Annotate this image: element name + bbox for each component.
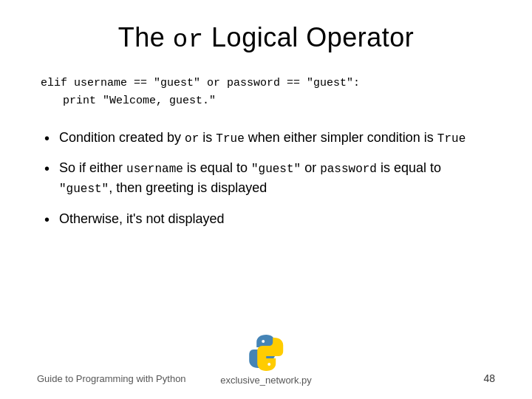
bullet-item-3: Otherwise, it's not displayed	[44, 209, 495, 228]
bullet-item-2: So if either username is equal to "guest…	[44, 158, 495, 198]
code-line-2: print "Welcome, guest."	[41, 92, 495, 110]
b1-t2: is	[199, 130, 216, 145]
b2-t2: is equal to	[183, 160, 251, 175]
slide: The or Logical Operator elif username ==…	[0, 0, 532, 399]
footer-center: exclusive_network.py	[220, 332, 312, 386]
b2-t1: So if either	[59, 160, 126, 175]
bullet-item-1: Condition created by or is True when eit…	[44, 128, 495, 148]
code-block: elif username == "guest" or password == …	[37, 75, 495, 110]
b1-or: or	[185, 132, 199, 146]
bullet-list: Condition created by or is True when eit…	[44, 128, 495, 350]
footer-filename: exclusive_network.py	[220, 375, 312, 386]
b3-text: Otherwise, it's not displayed	[59, 211, 225, 226]
b2-password: password	[320, 163, 377, 176]
title-keyword: or	[173, 26, 204, 54]
b2-t3: or	[301, 160, 320, 175]
svg-point-0	[262, 340, 265, 343]
code-line-1: elif username == "guest" or password == …	[41, 77, 360, 89]
footer: Guide to Programming with Python exclusi…	[37, 365, 495, 384]
footer-page-number: 48	[483, 372, 495, 384]
b2-t5: , then greeting is displayed	[109, 180, 267, 195]
b1-t1: Condition created by	[59, 130, 185, 145]
slide-title: The or Logical Operator	[37, 22, 495, 54]
footer-guide-label: Guide to Programming with Python	[37, 373, 186, 384]
python-logo-icon	[248, 332, 284, 373]
b2-username: username	[126, 163, 183, 176]
b2-t4: is equal to	[377, 160, 441, 175]
b2-guest2: "guest"	[59, 183, 109, 196]
title-prefix: The	[118, 22, 173, 52]
b1-t3: when either simpler condition is	[245, 130, 437, 145]
title-suffix: Logical Operator	[204, 22, 415, 52]
svg-point-1	[267, 363, 270, 366]
b1-true2: True	[437, 132, 466, 146]
b2-guest1: "guest"	[251, 163, 301, 176]
b1-true: True	[216, 132, 244, 146]
